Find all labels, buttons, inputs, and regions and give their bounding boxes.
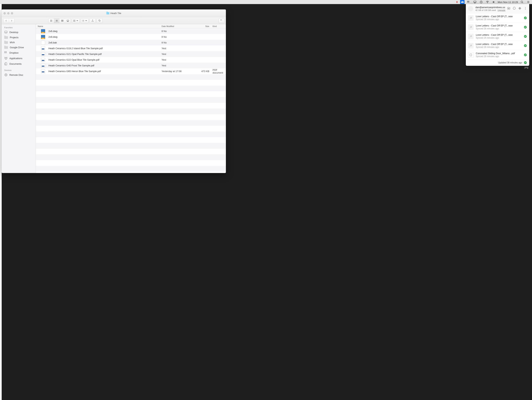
sidebar-item-documents[interactable]: Documents — [2, 61, 36, 67]
time-machine-icon[interactable] — [479, 0, 483, 4]
table-row[interactable]: Heath Ceramics G40 Frost Tile Sample.pdf… — [36, 63, 226, 68]
svg-rect-19 — [68, 21, 68, 21]
open-drive-folder-icon[interactable] — [507, 7, 510, 11]
column-header-size[interactable]: Size — [195, 25, 211, 27]
sync-item[interactable]: Love Letters - Cast Off EP (T...wavSynce… — [466, 23, 529, 32]
share-group — [90, 18, 95, 23]
tags-button[interactable] — [97, 19, 102, 23]
upgrade-link[interactable]: Upgrade — [498, 9, 505, 11]
spotlight-icon[interactable] — [520, 0, 524, 4]
volume-icon[interactable] — [492, 0, 496, 4]
pause-icon[interactable]: II — [456, 0, 458, 4]
open-photos-icon[interactable] — [518, 7, 521, 11]
svg-rect-14 — [61, 20, 62, 21]
popover-actions — [507, 7, 527, 11]
svg-point-38 — [471, 27, 472, 28]
svg-rect-10 — [51, 21, 52, 22]
close-window-icon[interactable] — [4, 12, 6, 14]
file-date: Yest — [162, 58, 195, 61]
table-row-empty — [36, 143, 226, 149]
svg-point-40 — [470, 37, 470, 37]
column-header-kind[interactable]: Kind — [211, 25, 226, 27]
table-row[interactable]: Heath Ceramics G19.2 Island Blue Tile Sa… — [36, 45, 226, 51]
zoom-window-icon[interactable] — [11, 12, 13, 14]
menubar: II Mon Nov 11 10:29 — [0, 0, 532, 4]
table-row[interactable]: Heath Ceramics G22 Opal Blue Tile Sample… — [36, 57, 226, 63]
file-date: 8 No — [162, 41, 195, 44]
notification-center-icon[interactable] — [526, 0, 531, 4]
svg-point-26 — [99, 20, 99, 20]
folder-icon — [4, 36, 8, 39]
sync-item[interactable]: Concealed Sliding Door_Milano...pdfSynce… — [466, 50, 529, 59]
sidebar-item-google-drive[interactable]: Google Drive — [2, 45, 36, 50]
file-date: Yest — [162, 64, 195, 67]
svg-rect-9 — [50, 21, 51, 22]
table-row-empty — [36, 171, 226, 173]
dropbox-toolbar-button[interactable] — [219, 19, 224, 23]
table-row[interactable]: Heath Ceramics G65 Heron Blue Tile Sampl… — [36, 68, 226, 74]
file-name: 2x9.dwg — [48, 36, 162, 38]
minimize-window-icon[interactable] — [7, 12, 9, 14]
sidebar-item-remote-disc[interactable]: Remote Disc — [2, 72, 36, 78]
sync-item[interactable]: Love Letters - Cast Off EP (T...wavSynce… — [466, 13, 529, 23]
table-row[interactable]: 2x6.dwg8 No — [36, 28, 226, 34]
sync-item-status: Synced 26 minutes ago — [476, 27, 524, 30]
open-drive-web-icon[interactable] — [513, 7, 516, 11]
user-email: dan@americanprimitives.us — [475, 6, 507, 9]
table-row[interactable]: Heath Ceramics G21 Opal Pacific Tile Sam… — [36, 51, 226, 57]
file-name: 2x6.bak — [48, 41, 162, 44]
sidebar-item-projects[interactable]: Projects — [2, 35, 36, 40]
sidebar-item-dropbox[interactable]: Dropbox — [2, 50, 36, 56]
file-list[interactable]: 2x6.dwg8 No2x9.dwg8 No2x6.bak8 NoHeath C… — [36, 28, 226, 173]
arrange-button[interactable] — [72, 19, 79, 23]
column-header-name[interactable]: Name — [36, 25, 162, 27]
forward-button[interactable] — [9, 19, 14, 23]
table-row-empty — [36, 126, 226, 131]
table-row-empty — [36, 114, 226, 120]
dwg-file-icon — [41, 29, 45, 33]
window-title: Heath Tile — [106, 12, 121, 15]
svg-rect-27 — [5, 31, 7, 33]
cloud-upload-icon[interactable] — [460, 0, 464, 4]
menubar-clock[interactable]: Mon Nov 11 10:29 — [498, 1, 518, 4]
table-row[interactable]: 2x6.bak8 No — [36, 40, 226, 45]
table-row-empty — [36, 120, 226, 126]
icon-view-button[interactable] — [48, 19, 54, 23]
list-view-button[interactable] — [54, 19, 59, 23]
sidebar-item-desktop[interactable]: Desktop — [2, 29, 36, 35]
folder-icon — [106, 12, 109, 14]
sidebar-item-mva[interactable]: MVA — [2, 40, 36, 45]
storage-text: 42 GB of 130 GB used — [475, 9, 496, 11]
pdf-file-icon — [41, 46, 45, 51]
storage-usage: 42 GB of 130 GB used Upgrade — [475, 9, 507, 11]
column-view-button[interactable] — [59, 19, 65, 23]
gallery-view-button[interactable] — [65, 19, 71, 23]
background-window-peek — [0, 4, 2, 400]
airplay-icon[interactable] — [473, 0, 477, 4]
sidebar-item-label: Dropbox — [9, 51, 19, 54]
more-options-icon[interactable] — [524, 7, 527, 11]
column-header-date[interactable]: Date Modified — [162, 25, 195, 27]
share-button[interactable] — [90, 19, 95, 23]
table-row-empty — [36, 108, 226, 114]
action-button[interactable] — [81, 19, 88, 23]
sync-item-status: Synced 25 minutes ago — [476, 37, 524, 39]
dropbox-icon — [4, 51, 8, 54]
sync-item[interactable]: Love Letters - Cast Off EP (T...wavSynce… — [466, 32, 529, 41]
avatar[interactable] — [468, 6, 473, 11]
svg-rect-16 — [63, 20, 63, 21]
dropbox-icon[interactable] — [466, 0, 471, 4]
table-row[interactable]: 2x9.dwg8 No — [36, 34, 226, 40]
popover-footer: Updated 38 minutes ago — [466, 59, 529, 66]
back-button[interactable] — [3, 19, 9, 23]
sync-item[interactable]: Love Letters - Cast Off EP (T...wavSynce… — [466, 41, 529, 50]
wifi-icon[interactable] — [485, 0, 490, 4]
svg-point-31 — [525, 7, 526, 8]
sidebar-item-label: Applications — [9, 57, 22, 60]
sidebar-item-applications[interactable]: Applications — [2, 56, 36, 61]
finder-titlebar[interactable]: Heath Tile — [2, 9, 226, 17]
file-list-header[interactable]: Name Date Modified Size Kind — [36, 24, 226, 28]
file-date: Yest — [162, 47, 195, 50]
file-name: Heath Ceramics G40 Frost Tile Sample.pdf — [48, 64, 162, 67]
table-row-empty — [36, 160, 226, 166]
